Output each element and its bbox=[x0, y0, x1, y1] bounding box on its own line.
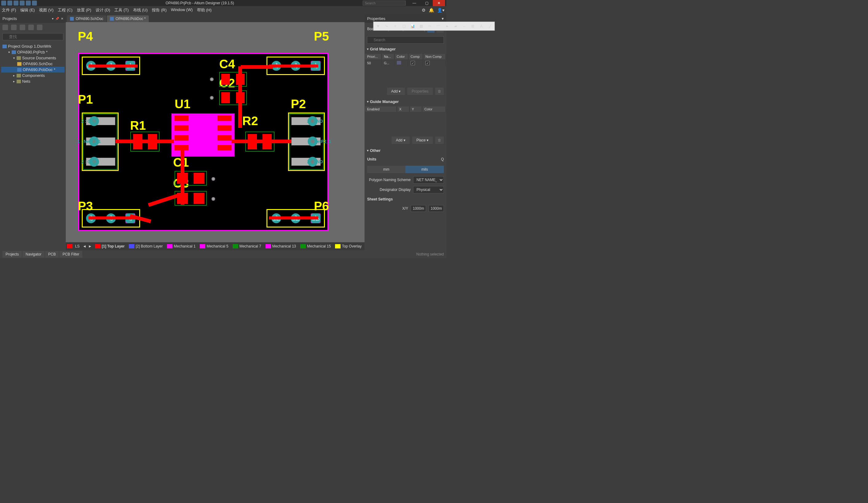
qat-icon[interactable] bbox=[32, 1, 37, 6]
grid-row[interactable]: 50 G... ✓ ✓ bbox=[365, 60, 446, 66]
des-p1[interactable]: P1 bbox=[78, 93, 93, 106]
align-icon[interactable]: ⤷ bbox=[383, 22, 391, 30]
via[interactable] bbox=[210, 78, 214, 81]
status-tab-navigator[interactable]: Navigator bbox=[22, 251, 44, 258]
track[interactable] bbox=[241, 65, 273, 69]
guide-table[interactable]: Enabled X Y Color bbox=[364, 106, 446, 113]
track[interactable] bbox=[231, 140, 291, 143]
track[interactable] bbox=[269, 216, 318, 219]
via-icon[interactable]: ● bbox=[443, 22, 446, 30]
via[interactable] bbox=[211, 177, 215, 181]
status-tab-pcb[interactable]: PCB bbox=[45, 251, 59, 258]
place-comp-icon[interactable]: ▦ bbox=[417, 22, 425, 30]
ls-swatch[interactable] bbox=[67, 244, 73, 248]
pad-u1[interactable] bbox=[218, 145, 231, 150]
status-tab-filter[interactable]: PCB Filter bbox=[59, 251, 82, 258]
polygon-naming-select[interactable]: NET NAME_LXC bbox=[413, 176, 444, 184]
properties-search[interactable] bbox=[367, 36, 444, 44]
unit-mils[interactable]: mils bbox=[405, 166, 444, 173]
layer-next[interactable]: ► bbox=[87, 244, 93, 248]
layer-m15[interactable]: Mechanical 15 bbox=[298, 244, 333, 249]
pad-u1[interactable] bbox=[175, 135, 188, 141]
col-name[interactable]: Na... bbox=[382, 54, 394, 59]
pcb-board[interactable]: P4 P5 P1 P2 P3 P6 R1 R2 U1 C4 C2 C1 C3 3… bbox=[78, 53, 329, 231]
layer-prev[interactable]: ◄ bbox=[82, 244, 87, 248]
col-color[interactable]: Color bbox=[395, 54, 408, 59]
toolbar-icon[interactable] bbox=[20, 24, 25, 30]
minimize-button[interactable]: — bbox=[408, 0, 421, 6]
col-comp[interactable]: Comp bbox=[409, 54, 423, 59]
y-input[interactable] bbox=[428, 205, 444, 212]
qat-icon[interactable] bbox=[20, 1, 24, 6]
menu-tools[interactable]: 工具 (T) bbox=[114, 7, 128, 13]
pcb-canvas[interactable]: P4 P5 P1 P2 P3 P6 R1 R2 U1 C4 C2 C1 C3 3… bbox=[66, 22, 364, 242]
gear-icon[interactable] bbox=[37, 24, 42, 30]
layer-overlay[interactable]: Top Overlay bbox=[333, 244, 363, 249]
qat-icon[interactable] bbox=[26, 1, 31, 6]
pad-u1[interactable] bbox=[218, 116, 231, 121]
bell-icon[interactable]: 🔔 bbox=[429, 8, 434, 13]
tab-pcbdoc[interactable]: OPA690.PcbDoc * bbox=[107, 16, 149, 22]
menu-help[interactable]: 帮助 (H) bbox=[197, 7, 212, 13]
filter-icon[interactable]: ▼ bbox=[374, 22, 382, 30]
place-dim-icon[interactable]: 📊 bbox=[409, 22, 416, 30]
tree-sch[interactable]: OPA690.SchDoc bbox=[1, 61, 64, 67]
qat-icon[interactable] bbox=[13, 1, 19, 6]
close-icon[interactable]: ✕ bbox=[61, 17, 63, 20]
col-color[interactable]: Color bbox=[423, 106, 446, 112]
user-icon[interactable]: 👤▾ bbox=[437, 8, 444, 13]
pad-c4[interactable] bbox=[221, 74, 230, 85]
menu-project[interactable]: 工程 (C) bbox=[58, 7, 73, 13]
pin-icon[interactable]: 📌 bbox=[55, 17, 59, 20]
pad-u1[interactable] bbox=[218, 135, 231, 141]
place-line-icon[interactable]: + bbox=[391, 22, 399, 30]
unit-mm[interactable]: mm bbox=[367, 166, 405, 173]
track[interactable] bbox=[269, 64, 318, 68]
layer-top[interactable]: [1] Top Layer bbox=[93, 244, 126, 249]
pad-u1[interactable] bbox=[175, 116, 188, 121]
pad-u1[interactable] bbox=[175, 125, 188, 131]
designator-display-select[interactable]: Physical bbox=[413, 186, 444, 193]
track[interactable] bbox=[116, 140, 174, 143]
noncomp-checkbox[interactable]: ✓ bbox=[425, 61, 430, 65]
units-toggle[interactable]: mm mils bbox=[367, 166, 444, 173]
toolbar-icon[interactable] bbox=[28, 24, 34, 30]
route-diff-icon[interactable]: 〰 bbox=[434, 22, 442, 30]
menu-route[interactable]: 布线 (U) bbox=[133, 7, 148, 13]
route-icon[interactable]: ⤳ bbox=[426, 22, 434, 30]
grid-color-swatch[interactable] bbox=[397, 61, 401, 64]
comp-checkbox[interactable]: ✓ bbox=[411, 61, 415, 65]
pad-c3[interactable] bbox=[194, 193, 204, 204]
des-p2[interactable]: P2 bbox=[291, 97, 306, 111]
des-p4[interactable]: P4 bbox=[78, 30, 93, 43]
via[interactable] bbox=[210, 96, 214, 100]
global-search[interactable] bbox=[363, 1, 406, 6]
place-rect-icon[interactable]: ▢ bbox=[400, 22, 408, 30]
track[interactable] bbox=[89, 64, 138, 68]
col-x[interactable]: X bbox=[397, 106, 410, 112]
layer-bottom[interactable]: [2] Bottom Layer bbox=[127, 244, 164, 249]
delete-button[interactable]: 🗑 bbox=[435, 88, 444, 95]
layer-ls[interactable]: LS bbox=[73, 244, 81, 249]
layer-m13[interactable]: Mechanical 13 bbox=[264, 244, 298, 249]
col-y[interactable]: Y bbox=[410, 106, 422, 112]
toolbar-icon[interactable] bbox=[2, 24, 8, 30]
col-enabled[interactable]: Enabled bbox=[365, 106, 396, 112]
des-u1[interactable]: U1 bbox=[175, 97, 190, 111]
menu-place[interactable]: 放置 (P) bbox=[77, 7, 91, 13]
gear-icon[interactable]: ⚙ bbox=[422, 8, 426, 13]
des-r1[interactable]: R1 bbox=[130, 119, 146, 133]
via[interactable] bbox=[211, 197, 215, 201]
panel-menu-icon[interactable]: ▾ bbox=[52, 17, 53, 20]
close-button[interactable]: ✕ bbox=[433, 0, 445, 6]
menu-file[interactable]: 文件 (F) bbox=[2, 7, 16, 13]
tab-schdoc[interactable]: OPA690.SchDoc bbox=[67, 16, 106, 22]
des-p5[interactable]: P5 bbox=[314, 30, 329, 43]
track[interactable] bbox=[238, 66, 242, 128]
section-other[interactable]: Other bbox=[364, 146, 446, 155]
tree-workspace[interactable]: Project Group 1.DsnWrk bbox=[1, 43, 64, 49]
menu-view[interactable]: 视图 (V) bbox=[39, 7, 53, 13]
section-guide-manager[interactable]: Guide Manager bbox=[364, 97, 446, 106]
qat-icon[interactable] bbox=[7, 1, 12, 6]
menu-window[interactable]: Window (W) bbox=[171, 7, 193, 13]
